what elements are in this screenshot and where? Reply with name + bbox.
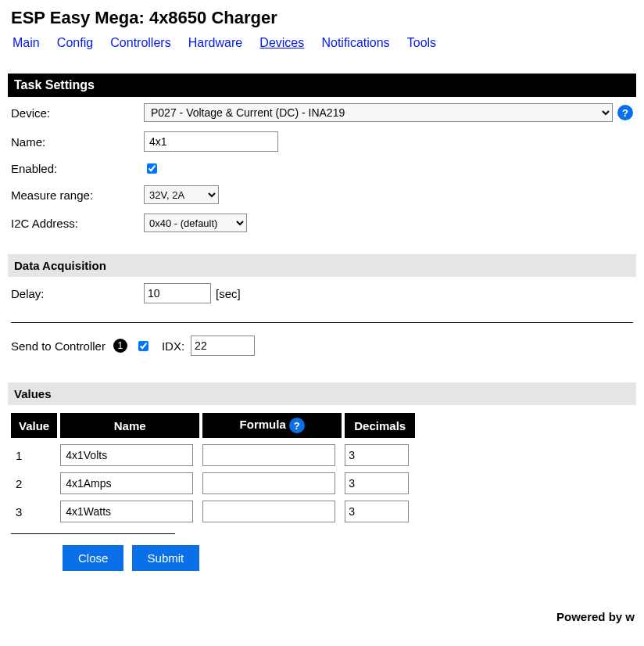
page-title: ESP Easy Mega: 4x8650 Charger [11,8,636,28]
nav-config[interactable]: Config [57,36,93,49]
value-index: 2 [11,472,57,494]
range-select[interactable]: 32V, 2A [144,185,219,204]
values-table: Value Name Formula? Decimals 1 2 3 [8,407,418,529]
data-acquisition-header: Data Acquisition [8,254,636,277]
main-nav: Main Config Controllers Hardware Devices… [13,36,636,50]
task-settings-header: Task Settings [8,74,636,97]
value-name-input[interactable] [60,444,193,466]
enabled-label: Enabled: [11,162,144,175]
value-formula-input[interactable] [202,444,335,466]
value-name-input[interactable] [60,472,193,494]
value-index: 1 [11,444,57,466]
separator [11,533,175,534]
values-header: Values [8,382,636,405]
nav-hardware[interactable]: Hardware [188,36,242,49]
delay-label: Delay: [11,287,144,300]
close-button[interactable]: Close [63,545,123,571]
col-formula: Formula? [202,413,342,438]
footer-text: Powered by w [8,610,636,623]
table-row: 3 [11,501,415,522]
table-row: 2 [11,472,415,494]
i2c-label: I2C Address: [11,217,144,230]
name-input[interactable] [144,131,278,152]
delay-unit: [sec] [216,287,241,300]
device-label: Device: [11,106,144,120]
name-label: Name: [11,135,144,149]
idx-label: IDX: [162,339,184,353]
nav-controllers[interactable]: Controllers [110,36,170,49]
nav-main[interactable]: Main [13,36,40,49]
separator [11,322,633,323]
nav-tools[interactable]: Tools [407,36,436,49]
col-value: Value [11,413,57,438]
i2c-select[interactable]: 0x40 - (default) [144,214,247,232]
value-formula-input[interactable] [202,472,335,494]
help-icon[interactable]: ? [289,418,305,433]
value-decimals-input[interactable] [345,472,409,494]
submit-button[interactable]: Submit [132,545,200,571]
value-name-input[interactable] [60,501,193,522]
col-name: Name [60,413,199,438]
device-select[interactable]: P027 - Voltage & Current (DC) - INA219 [144,103,613,122]
idx-input[interactable] [191,336,255,356]
value-decimals-input[interactable] [345,444,409,466]
value-index: 3 [11,501,57,522]
delay-input[interactable] [144,283,211,303]
send-to-controller-label: Send to Controller [11,339,106,353]
nav-devices[interactable]: Devices [259,36,304,49]
enabled-checkbox[interactable] [147,163,157,174]
table-row: 1 [11,444,415,466]
send-to-controller-checkbox[interactable] [138,341,148,351]
help-icon[interactable]: ? [617,105,633,120]
controller-number-badge: 1 [113,339,127,353]
nav-notifications[interactable]: Notifications [321,36,389,49]
value-decimals-input[interactable] [345,501,409,522]
range-label: Measure range: [11,188,144,202]
value-formula-input[interactable] [202,501,335,522]
col-decimals: Decimals [345,413,415,438]
